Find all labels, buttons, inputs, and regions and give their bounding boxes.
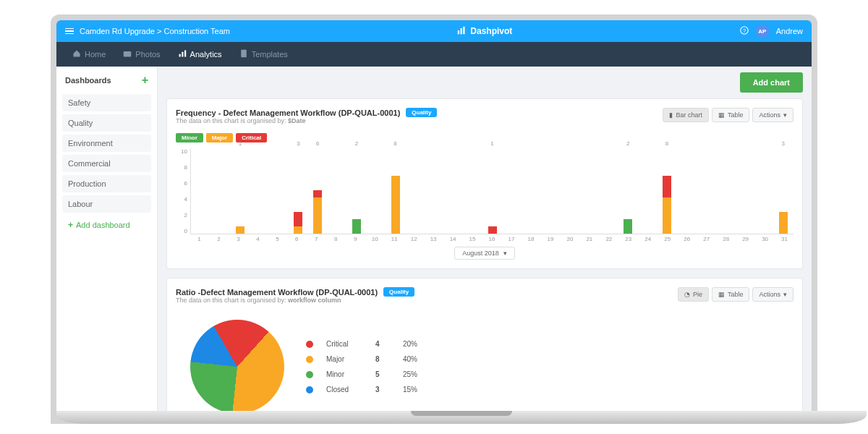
add-dashboard-icon[interactable]: +: [142, 74, 148, 87]
actions-button[interactable]: Actions▾: [752, 108, 793, 122]
sidebar-item-environment[interactable]: Environment: [62, 135, 151, 152]
bar-col: [328, 148, 346, 234]
bar-col: 8: [658, 148, 676, 234]
bar-col: [367, 148, 385, 234]
bar-col: 2: [619, 148, 637, 234]
sidebar-item-commercial[interactable]: Commercial: [62, 155, 151, 172]
add-dashboard-label: Add dashboard: [76, 221, 130, 229]
svg-rect-9: [241, 50, 247, 58]
bar-col: [677, 148, 695, 234]
nav-photos[interactable]: Photos: [116, 45, 167, 64]
svg-rect-5: [124, 51, 132, 57]
help-icon[interactable]: ?: [740, 26, 749, 36]
sidebar-item-quality[interactable]: Quality: [62, 114, 151, 132]
svg-text:?: ?: [743, 27, 746, 34]
bar-col: [522, 148, 540, 234]
card1-title: Frequency - Defect Management Workflow (…: [176, 109, 400, 117]
pie-legend-row: Closed315%: [306, 386, 417, 393]
table-icon: ▦: [718, 291, 725, 298]
bar-col: [542, 148, 560, 234]
menu-icon[interactable]: [65, 28, 74, 35]
bar-col: [192, 148, 210, 234]
sidebar: Dashboards + SafetyQualityEnvironmentCom…: [56, 67, 158, 411]
bar-col: 1: [483, 148, 501, 234]
topbar: Camden Rd Upgrade > Construction Team Da…: [56, 20, 812, 42]
sidebar-title: Dashboards: [65, 76, 111, 85]
dot-icon: [306, 341, 313, 348]
pie-legend-row: Minor525%: [306, 370, 417, 378]
chevron-down-icon: ▾: [783, 111, 787, 119]
chevron-down-icon: ▾: [783, 291, 787, 298]
bar-col: 3: [289, 148, 307, 234]
pie-legend: Critical420%Major840%Minor525%Closed315%: [306, 340, 417, 393]
bar-col: [639, 148, 657, 234]
actions-button[interactable]: Actions▾: [752, 287, 793, 302]
legend-minor: Minor: [176, 133, 203, 142]
bar-col: 3: [774, 148, 792, 234]
bar-icon: ▮: [669, 111, 673, 119]
nav-analytics[interactable]: Analytics: [171, 45, 229, 64]
card2-subtitle: The data on this chart is organised by: …: [176, 297, 414, 304]
nav-templates[interactable]: Templates: [232, 45, 295, 64]
bar-col: 1: [231, 148, 250, 234]
table-button[interactable]: ▦Table: [712, 287, 750, 302]
add-chart-button[interactable]: Add chart: [740, 72, 803, 93]
bar-col: [250, 148, 268, 234]
date-selector[interactable]: August 2018▾: [454, 247, 515, 260]
svg-rect-1: [461, 28, 462, 34]
pie-icon: ◔: [684, 291, 690, 298]
sidebar-item-safety[interactable]: Safety: [62, 94, 151, 111]
nav-templates-label: Templates: [252, 50, 288, 59]
bar-chart-button[interactable]: ▮Bar chart: [663, 108, 709, 122]
bar-col: [580, 148, 598, 234]
document-icon: [239, 49, 248, 59]
svg-rect-0: [458, 30, 459, 34]
card2-badge: Quality: [383, 287, 414, 297]
svg-rect-8: [184, 51, 186, 57]
dot-icon: [306, 386, 313, 393]
brand: Dashpivot: [457, 26, 512, 37]
nav-photos-label: Photos: [135, 50, 160, 59]
breadcrumb[interactable]: Camden Rd Upgrade > Construction Team: [80, 27, 230, 35]
user-name[interactable]: Andrew: [776, 27, 803, 35]
y-axis: 1086420: [176, 148, 190, 234]
ratio-card: Ratio -Defect Management Workflow (DP-QU…: [166, 278, 803, 411]
sidebar-item-production[interactable]: Production: [62, 175, 151, 192]
nav-analytics-label: Analytics: [190, 50, 222, 59]
legend-major: Major: [206, 133, 233, 142]
bars-container: 136281283: [190, 148, 793, 234]
bar-col: [736, 148, 754, 234]
pie-button[interactable]: ◔Pie: [678, 287, 709, 302]
bar-col: [406, 148, 424, 234]
card2-title: Ratio -Defect Management Workflow (DP-QU…: [176, 288, 378, 297]
pie-legend-row: Critical420%: [306, 340, 417, 348]
avatar[interactable]: AP: [756, 25, 769, 38]
brand-name: Dashpivot: [470, 26, 512, 36]
table-button[interactable]: ▦Table: [712, 108, 750, 122]
card1-badge: Quality: [406, 108, 437, 117]
home-icon: [72, 49, 81, 59]
table-icon: ▦: [718, 111, 725, 119]
pie-legend-row: Major840%: [306, 355, 417, 363]
sidebar-item-labour[interactable]: Labour: [62, 195, 151, 213]
svg-rect-6: [179, 54, 180, 57]
card1-subtitle: The data on this chart is organised by: …: [176, 117, 437, 124]
bar-col: [212, 148, 230, 234]
frequency-card: Frequency - Defect Management Workflow (…: [166, 98, 803, 269]
bar-col: 8: [386, 148, 404, 234]
bar-col: [697, 148, 715, 234]
bar-col: 2: [348, 148, 366, 234]
bar-col: [464, 148, 482, 234]
camera-icon: [123, 49, 132, 59]
svg-rect-2: [464, 26, 465, 34]
bar-col: [425, 148, 443, 234]
nav-home-label: Home: [85, 50, 106, 59]
chart-icon: [178, 49, 187, 59]
nav-home[interactable]: Home: [65, 45, 113, 64]
brand-logo-icon: [457, 26, 466, 37]
add-dashboard-button[interactable]: + Add dashboard: [62, 216, 151, 234]
bar-col: [561, 148, 579, 234]
bar-col: [503, 148, 521, 234]
chevron-down-icon: ▾: [503, 250, 507, 257]
bar-col: [716, 148, 734, 234]
